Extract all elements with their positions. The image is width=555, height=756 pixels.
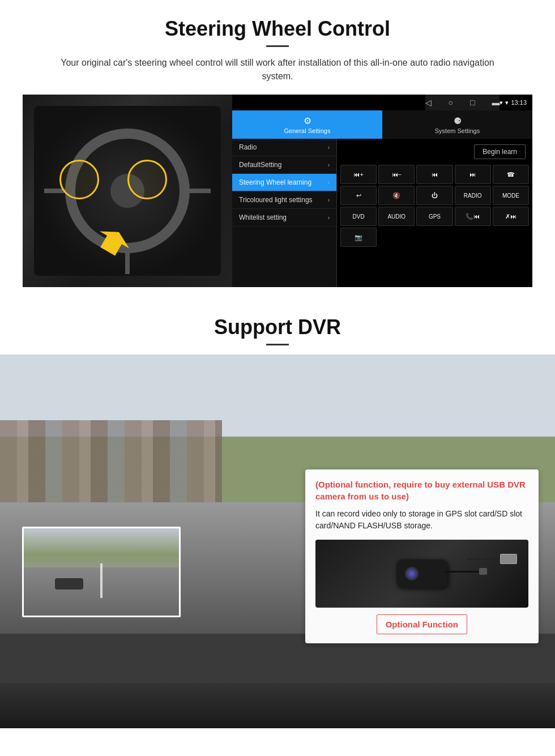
spoke-bottom [125,246,130,274]
ctrl-btn-tel-next[interactable]: ✗⏭ [493,207,529,226]
inset-car-silhouette [55,578,83,590]
back-icon: ◁ [425,98,432,107]
chevron-icon: › [328,215,330,221]
usb-plug [500,554,517,564]
tab-general-settings[interactable]: ⚙ General Settings [232,110,382,139]
steering-demo: ◁ ○ □ ▬ ▾ ▾ 13:13 ⚙ General Settings [23,95,532,287]
usb-connector [479,568,487,575]
ctrl-btn-radio[interactable]: RADIO [455,186,491,205]
dvr-title-area: Support DVR [0,298,555,345]
ctrl-btn-camera[interactable]: 📷 [340,228,377,247]
dvr-optional-text: (Optional function, require to buy exter… [315,479,528,502]
dvr-body-text: It can record video only to storage in G… [315,508,528,532]
ctrl-btn-vol-down[interactable]: ⏮− [378,165,415,184]
spoke-right [182,189,211,193]
page-title: Steering Wheel Control [23,17,532,41]
dvr-bottom-dark [0,683,555,728]
control-buttons-grid: ⏮+ ⏮− ⏮ ⏭ ☎ ↩ 🔇 ⏻ RADIO MODE DVD AUDIO [339,165,530,247]
ctrl-btn-mute[interactable]: 🔇 [378,186,415,205]
wifi-icon: ▾ [505,99,509,106]
ctrl-btn-gps[interactable]: GPS [416,207,452,226]
ctrl-btn-audio[interactable]: AUDIO [378,207,415,226]
settings-content: Begin learn ⏮+ ⏮− ⏮ ⏭ ☎ ↩ 🔇 ⏻ RA [337,139,532,287]
chevron-icon: › [328,162,330,168]
menu-icon: ▬ [492,98,500,107]
chevron-icon: › [328,144,330,151]
menu-item-radio[interactable]: Radio › [232,139,336,156]
android-statusbar: ◁ ○ □ ▬ ▾ ▾ 13:13 [232,95,532,110]
inset-road-line [100,563,103,599]
camera-body [396,559,447,588]
home-icon: ○ [449,98,453,107]
ctrl-btn-tel-prev[interactable]: 📞⏮ [455,207,491,226]
chevron-icon: › [328,180,330,186]
tab-general-label: General Settings [284,127,331,134]
settings-tabs: ⚙ General Settings ⚈ System Settings [232,110,532,139]
ctrl-btn-back[interactable]: ↩ [340,186,377,205]
chevron-icon: › [328,197,330,203]
ctrl-btn-power[interactable]: ⏻ [416,186,452,205]
settings-menu: Radio › DefaultSetting › Steering Wheel … [232,139,337,287]
dvr-background-photo: (Optional function, require to buy exter… [0,354,555,683]
ctrl-btn-vol-up[interactable]: ⏮+ [340,165,377,184]
android-ui-panel: ◁ ○ □ ▬ ▾ ▾ 13:13 ⚙ General Settings [232,95,532,287]
highlight-circle-left [59,160,99,199]
system-icon: ⚈ [454,116,462,126]
clock: 13:13 [511,99,527,106]
camera-assembly [396,559,447,588]
tab-system-label: System Settings [435,127,480,134]
menu-radio-label: Radio [239,143,257,151]
dvr-title-divider [266,344,289,345]
camera-cord [445,571,481,573]
wifi-signal-icon: ▾ [500,99,503,106]
status-icons: ▾ ▾ 13:13 [500,99,527,106]
dvr-inset-photo [22,527,181,617]
section-subtitle: Your original car's steering wheel contr… [45,56,510,83]
settings-body: Radio › DefaultSetting › Steering Wheel … [232,139,532,287]
menu-item-default-setting[interactable]: DefaultSetting › [232,156,336,174]
ctrl-btn-dvd[interactable]: DVD [340,207,377,226]
ctrl-btn-phone[interactable]: ☎ [493,165,529,184]
menu-steering-label: Steering Wheel learning [239,178,311,186]
usb-cord [466,558,500,559]
steering-wheel-photo [23,95,232,287]
dvr-section: Support DVR (Optional function, require … [0,298,555,728]
begin-learn-row: Begin learn [339,141,530,163]
title-divider [266,45,289,47]
dvr-camera-image [315,540,528,608]
menu-item-whitelist[interactable]: Whitelist setting › [232,209,336,227]
steering-wheel-bg [34,106,221,276]
nav-bar: ◁ ○ □ ▬ [425,95,500,110]
recents-icon: □ [470,98,475,107]
optional-function-button[interactable]: Optional Function [377,614,467,634]
menu-tricoloured-label: Tricoloured light settings [239,196,313,204]
camera-lens [405,567,419,580]
ctrl-btn-prev[interactable]: ⏮ [416,165,452,184]
dvr-title: Support DVR [23,315,532,339]
gear-icon: ⚙ [304,116,311,126]
tab-system-settings[interactable]: ⚈ System Settings [382,110,532,139]
steering-section: Steering Wheel Control Your original car… [0,0,555,298]
begin-learn-button[interactable]: Begin learn [474,144,526,159]
highlight-circle-right [127,160,167,199]
menu-whitelist-label: Whitelist setting [239,213,287,221]
ctrl-btn-mode[interactable]: MODE [493,186,529,205]
menu-item-steering-wheel[interactable]: Steering Wheel learning › [232,174,336,191]
menu-item-tricoloured[interactable]: Tricoloured light settings › [232,191,336,209]
ctrl-btn-next[interactable]: ⏭ [455,165,491,184]
dvr-info-box: (Optional function, require to buy exter… [305,469,539,643]
menu-default-label: DefaultSetting [239,161,281,169]
